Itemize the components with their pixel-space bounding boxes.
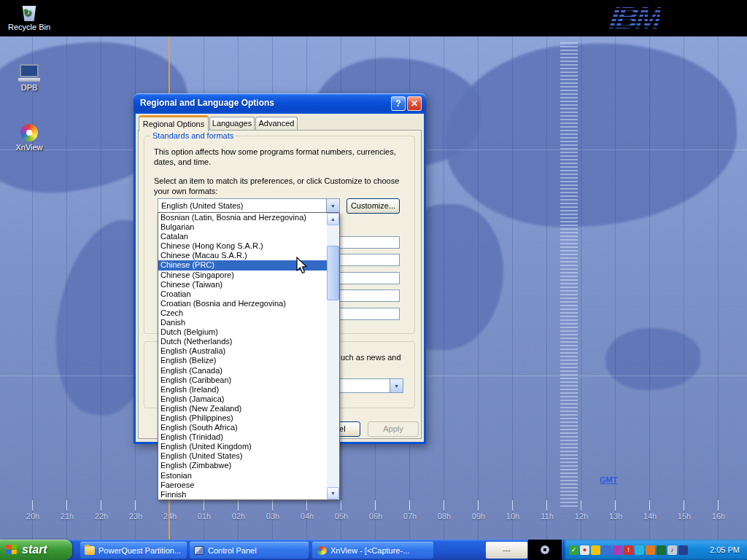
cd-icon bbox=[541, 545, 549, 554]
list-item[interactable]: English (South Africa) bbox=[158, 423, 327, 432]
scroll-up-icon[interactable]: ▲ bbox=[327, 213, 339, 225]
task-label: PowerQuest Partition... bbox=[98, 546, 181, 555]
scrollbar[interactable]: ▲ ▼ bbox=[327, 213, 339, 499]
list-item[interactable]: English (Philippines) bbox=[158, 413, 327, 423]
hour-label: 10h bbox=[502, 512, 524, 521]
taskbar-item-xnview[interactable]: XnView - [<Capture-... bbox=[312, 542, 433, 559]
tray-icon-8[interactable] bbox=[646, 545, 655, 555]
taskbar-item-powerquest[interactable]: PowerQuest Partition... bbox=[80, 542, 187, 559]
icon-label: Recycle Bin bbox=[6, 23, 53, 31]
hour-label: 05h bbox=[330, 512, 352, 521]
standards-instruction: Select an item to match its preferences,… bbox=[154, 176, 408, 196]
hour-label: 23h bbox=[125, 512, 147, 521]
list-item[interactable]: Faeroese bbox=[158, 481, 327, 490]
laptop-icon bbox=[18, 64, 40, 82]
scrollbar-thumb[interactable] bbox=[327, 246, 339, 300]
chevron-down-icon[interactable]: ▼ bbox=[390, 379, 403, 392]
format-combobox[interactable]: English (United States) ▼ bbox=[158, 198, 340, 213]
list-item[interactable]: English (Ireland) bbox=[158, 385, 327, 394]
tray-icon-4[interactable] bbox=[602, 545, 611, 555]
list-item[interactable]: Chinese (Hong Kong S.A.R.) bbox=[158, 241, 327, 251]
list-item[interactable]: English (Canada) bbox=[158, 366, 327, 376]
tray-icon-5[interactable] bbox=[613, 545, 622, 555]
list-item[interactable]: English (United States) bbox=[158, 451, 327, 461]
list-item[interactable]: English (Caribbean) bbox=[158, 376, 327, 385]
dateline-hatch-band bbox=[560, 40, 578, 507]
list-item[interactable]: English (Jamaica) bbox=[158, 394, 327, 404]
tab-advanced[interactable]: Advanced bbox=[255, 117, 298, 131]
tray-icon-7[interactable] bbox=[635, 545, 644, 555]
start-button[interactable]: start bbox=[0, 540, 72, 560]
hour-label: 24h bbox=[159, 512, 181, 521]
hour-label: 20h bbox=[22, 512, 44, 521]
combobox-value: English (United States) bbox=[158, 199, 326, 212]
list-item[interactable]: English (Trinidad) bbox=[158, 432, 327, 442]
list-item[interactable]: Catalan bbox=[158, 232, 327, 241]
wallpaper-top-band: IBM bbox=[0, 0, 747, 36]
hour-label: 06h bbox=[365, 512, 387, 521]
hour-label: 04h bbox=[296, 512, 318, 521]
hour-label: 03h bbox=[262, 512, 284, 521]
list-item[interactable]: Bulgarian bbox=[158, 222, 327, 232]
chevron-down-icon[interactable]: ▼ bbox=[326, 199, 339, 212]
list-item[interactable]: Chinese (Taiwan) bbox=[158, 280, 327, 289]
list-item[interactable]: English (Belize) bbox=[158, 356, 327, 365]
ibm-logo: IBM bbox=[608, 1, 662, 35]
task-label: XnView - [<Capture-... bbox=[330, 546, 409, 555]
hour-label: 16h bbox=[708, 512, 729, 521]
list-item[interactable]: Dutch (Belgium) bbox=[158, 327, 327, 337]
list-item[interactable]: Finnish bbox=[158, 490, 327, 499]
tray-icon-2[interactable]: ● bbox=[580, 545, 589, 555]
list-item[interactable]: Bosnian (Latin, Bosnia and Herzegovina) bbox=[158, 213, 327, 222]
list-item[interactable]: Chinese (Singapore) bbox=[158, 271, 327, 280]
desktop-icon-recycle-bin[interactable]: ↻ Recycle Bin bbox=[6, 4, 53, 31]
list-item[interactable]: English (United Kingdom) bbox=[158, 442, 327, 451]
tray-clock[interactable]: 2:05 PM bbox=[710, 545, 747, 554]
hour-label: 02h bbox=[228, 512, 249, 521]
taskbar-dock[interactable] bbox=[528, 540, 562, 560]
desktop-screen: GMT 20h 21h 22h 23h 24h 01h 02h 03h 04h … bbox=[0, 0, 747, 560]
close-button[interactable]: ✕ bbox=[407, 96, 422, 111]
tab-languages[interactable]: Languages bbox=[209, 117, 255, 131]
desktop-icon-dpb[interactable]: DPB bbox=[6, 64, 53, 92]
windows-flag-icon bbox=[6, 544, 18, 555]
tray-icon-6[interactable]: ! bbox=[624, 545, 633, 555]
list-item[interactable]: English (Australia) bbox=[158, 346, 327, 356]
list-item[interactable]: Chinese (Macau S.A.R.) bbox=[158, 251, 327, 260]
tab-regional-options[interactable]: Regional Options bbox=[139, 115, 209, 131]
dialog-titlebar[interactable]: Regional and Language Options ? ✕ bbox=[133, 93, 426, 114]
tray-icon-11[interactable] bbox=[678, 545, 688, 555]
scroll-down-icon[interactable]: ▼ bbox=[327, 487, 339, 499]
tray-icon-10[interactable]: ♪ bbox=[667, 545, 677, 555]
hour-label: 15h bbox=[673, 512, 695, 521]
apply-button[interactable]: Apply bbox=[368, 421, 419, 437]
system-tray: ✓ ● ! ♪ 2:05 PM bbox=[563, 540, 747, 560]
taskbar-overflow-button[interactable]: --- bbox=[486, 542, 527, 559]
tray-icon-9[interactable] bbox=[657, 545, 666, 555]
list-item-selected[interactable]: Chinese (PRC) bbox=[158, 260, 327, 270]
tray-icon-3[interactable] bbox=[591, 545, 600, 555]
list-item[interactable]: English (Zimbabwe) bbox=[158, 461, 327, 470]
list-item[interactable]: Estonian bbox=[158, 471, 327, 481]
hour-label: 13h bbox=[605, 512, 627, 521]
list-item[interactable]: Czech bbox=[158, 308, 327, 318]
list-item[interactable]: Croatian (Bosnia and Herzegovina) bbox=[158, 299, 327, 308]
format-dropdown-list: Bosnian (Latin, Bosnia and Herzegovina) … bbox=[158, 212, 340, 500]
hour-label: 09h bbox=[468, 512, 489, 521]
hour-label: 11h bbox=[536, 512, 558, 521]
dropdown-items: Bosnian (Latin, Bosnia and Herzegovina) … bbox=[158, 213, 327, 499]
desktop-icon-xnview[interactable]: XnView bbox=[6, 124, 53, 152]
hour-label: 01h bbox=[193, 512, 215, 521]
taskbar: start PowerQuest Partition... Control Pa… bbox=[0, 540, 747, 560]
help-button[interactable]: ? bbox=[391, 96, 406, 111]
hour-label: 07h bbox=[399, 512, 421, 521]
control-panel-icon bbox=[194, 546, 204, 555]
list-item[interactable]: Dutch (Netherlands) bbox=[158, 337, 327, 346]
tray-icon-1[interactable]: ✓ bbox=[569, 545, 578, 555]
list-item[interactable]: Croatian bbox=[158, 289, 327, 299]
list-item[interactable]: English (New Zealand) bbox=[158, 404, 327, 413]
taskbar-item-control-panel[interactable]: Control Panel bbox=[190, 542, 309, 559]
icon-label: XnView bbox=[6, 143, 53, 152]
list-item[interactable]: Danish bbox=[158, 318, 327, 327]
customize-button[interactable]: Customize... bbox=[347, 198, 400, 214]
